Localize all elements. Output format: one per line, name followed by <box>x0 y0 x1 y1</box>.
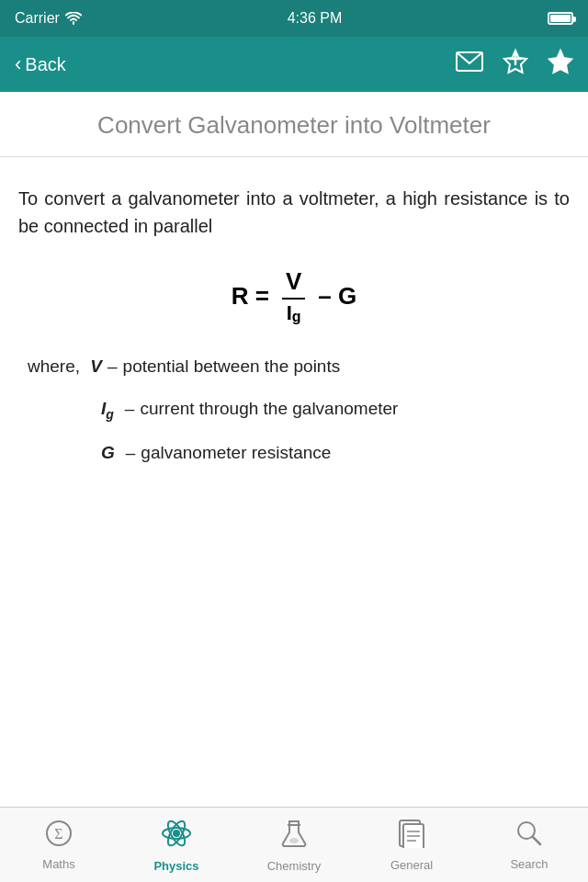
back-chevron: ‹ <box>15 52 21 76</box>
tab-chemistry[interactable]: Chemistry <box>235 808 353 882</box>
tab-maths[interactable]: Σ Maths <box>0 808 118 882</box>
desc-v: potential between the points <box>123 353 570 380</box>
time-display: 4:36 PM <box>288 10 343 27</box>
battery-indicator <box>548 12 573 25</box>
page-title-container: Convert Galvanometer into Voltmeter <box>0 92 588 157</box>
symbol-v: V <box>90 353 102 380</box>
physics-icon <box>161 818 192 855</box>
back-button[interactable]: ‹ Back <box>15 52 66 76</box>
intro-text: To convert a galvanometer into a voltmet… <box>18 185 570 240</box>
formula: R = V Ig – G <box>232 267 356 325</box>
definitions: where, V – potential between the points … <box>18 353 570 468</box>
nav-icons <box>456 48 573 81</box>
dash-ig: – <box>125 395 135 423</box>
status-bar: Carrier 4:36 PM <box>0 0 588 37</box>
content-area: Convert Galvanometer into Voltmeter To c… <box>0 92 588 807</box>
desc-ig: current through the galvanometer <box>140 395 570 423</box>
fraction: V Ig <box>282 267 305 325</box>
carrier-label: Carrier <box>15 10 60 27</box>
chemistry-icon <box>280 818 308 855</box>
tab-search[interactable]: Search <box>470 808 588 882</box>
favorite-icon[interactable] <box>548 49 573 80</box>
page-title: Convert Galvanometer into Voltmeter <box>28 110 560 141</box>
tab-bar: Σ Maths Physics Chemistry <box>0 807 588 882</box>
tab-physics[interactable]: Physics <box>118 808 235 882</box>
formula-container: R = V Ig – G <box>18 267 570 325</box>
where-label: where, <box>28 353 85 380</box>
svg-marker-4 <box>549 51 571 73</box>
denominator-sub: g <box>292 309 301 325</box>
tab-chemistry-label: Chemistry <box>267 859 322 873</box>
tab-maths-label: Maths <box>42 857 74 871</box>
symbol-g: G <box>101 439 115 467</box>
def-item-v: where, V – potential between the points <box>28 353 570 380</box>
formula-lhs: R = <box>232 282 269 311</box>
symbol-ig: Ig <box>101 395 114 424</box>
svg-line-19 <box>533 837 540 844</box>
carrier-wifi: Carrier <box>15 10 82 27</box>
svg-point-12 <box>289 838 299 843</box>
formula-rhs: – G <box>318 282 356 311</box>
general-icon <box>398 819 425 854</box>
tab-physics-label: Physics <box>153 859 198 873</box>
nav-bar: ‹ Back <box>0 37 588 92</box>
svg-text:Σ: Σ <box>54 826 62 842</box>
numerator: V <box>282 267 305 300</box>
denominator: Ig <box>287 300 301 325</box>
tab-general[interactable]: General <box>353 808 470 882</box>
desc-g: galvanometer resistance <box>141 439 570 467</box>
def-item-g: G – galvanometer resistance <box>28 439 570 467</box>
search-icon <box>515 820 543 854</box>
main-content: To convert a galvanometer into a voltmet… <box>0 157 588 501</box>
add-favorite-icon[interactable] <box>502 48 529 81</box>
back-label: Back <box>25 54 65 75</box>
dash-g: – <box>126 439 136 467</box>
mail-icon[interactable] <box>456 51 483 77</box>
tab-search-label: Search <box>510 857 548 871</box>
svg-point-7 <box>173 830 180 837</box>
tab-general-label: General <box>390 858 433 872</box>
maths-icon: Σ <box>45 820 73 854</box>
def-item-ig: Ig – current through the galvanometer <box>28 395 570 424</box>
dash-v: – <box>107 353 118 380</box>
wifi-icon <box>65 12 82 25</box>
